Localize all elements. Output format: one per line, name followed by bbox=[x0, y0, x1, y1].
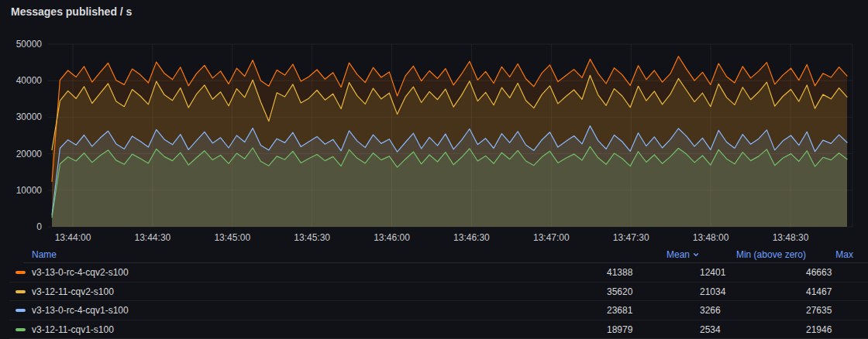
x-axis-tick-label: 13:48:30 bbox=[773, 232, 809, 243]
series-name-label[interactable]: v3-12-11-cqv1-s100 bbox=[32, 324, 607, 335]
sort-desc-icon bbox=[692, 251, 700, 259]
series-max-value: 41467 bbox=[806, 286, 853, 297]
series-name-label[interactable]: v3-12-11-cqv2-s100 bbox=[32, 286, 607, 297]
y-axis-tick-label: 40000 bbox=[16, 75, 43, 86]
legend-header-row: Name Mean Min (above zero) Max bbox=[0, 246, 868, 263]
series-mean-value: 23681 bbox=[607, 305, 700, 316]
series-color-swatch bbox=[16, 328, 26, 331]
x-axis-tick-label: 13:46:00 bbox=[374, 232, 410, 243]
grafana-panel: Messages published / s 01000020000300004… bbox=[0, 0, 868, 339]
legend-header-mean[interactable]: Mean bbox=[607, 249, 700, 260]
x-axis-tick-label: 13:45:30 bbox=[294, 232, 330, 243]
legend-header-mean-label: Mean bbox=[666, 249, 690, 260]
series-color-swatch bbox=[16, 271, 26, 274]
series-min-value: 3266 bbox=[700, 305, 806, 316]
legend-header-name[interactable]: Name bbox=[32, 249, 607, 260]
legend-table: Name Mean Min (above zero) Max v3-13-0-r… bbox=[0, 246, 868, 339]
series-mean-value: 18979 bbox=[607, 324, 700, 335]
x-axis-tick-label: 13:48:00 bbox=[693, 232, 729, 243]
series-min-value: 21034 bbox=[700, 286, 806, 297]
legend-row: v3-12-11-cqv2-s100 35620 21034 41467 bbox=[0, 282, 868, 302]
x-axis-tick-label: 13:47:30 bbox=[613, 232, 649, 243]
x-axis-tick-label: 13:47:00 bbox=[533, 232, 570, 243]
y-axis-tick-label: 20000 bbox=[16, 149, 43, 159]
series-min-value: 2534 bbox=[700, 324, 806, 335]
legend-header-min-above-zero[interactable]: Min (above zero) bbox=[700, 249, 806, 260]
y-axis-tick-label: 0 bbox=[36, 221, 42, 232]
legend-row: v3-12-11-cqv1-s100 18979 2534 21946 bbox=[0, 320, 868, 339]
series-color-swatch bbox=[16, 290, 26, 293]
x-axis-tick-label: 13:45:00 bbox=[214, 232, 250, 243]
series-max-value: 46663 bbox=[806, 267, 853, 278]
series-max-value: 21946 bbox=[806, 324, 853, 335]
y-axis-tick-label: 10000 bbox=[16, 185, 43, 196]
legend-header-max[interactable]: Max bbox=[806, 249, 853, 260]
series-max-value: 27635 bbox=[806, 305, 853, 316]
legend-row: v3-13-0-rc-4-cqv1-s100 23681 3266 27635 bbox=[0, 301, 868, 320]
y-axis-tick-label: 30000 bbox=[16, 111, 43, 122]
series-name-label[interactable]: v3-13-0-rc-4-cqv2-s100 bbox=[32, 267, 607, 278]
x-axis-tick-label: 13:46:30 bbox=[453, 232, 490, 243]
legend-row: v3-13-0-rc-4-cqv2-s100 41388 12401 46663 bbox=[0, 263, 868, 282]
series-min-value: 12401 bbox=[700, 267, 806, 278]
series-mean-value: 35620 bbox=[607, 286, 700, 297]
series-color-swatch bbox=[16, 309, 26, 312]
x-axis-tick-label: 13:44:00 bbox=[55, 232, 91, 243]
series-name-label[interactable]: v3-13-0-rc-4-cqv1-s100 bbox=[32, 305, 607, 316]
time-series-chart[interactable]: 0100002000030000400005000013:44:0013:44:… bbox=[0, 0, 868, 245]
x-axis-tick-label: 13:44:30 bbox=[135, 232, 171, 243]
y-axis-tick-label: 50000 bbox=[16, 39, 43, 50]
series-mean-value: 41388 bbox=[607, 267, 700, 278]
